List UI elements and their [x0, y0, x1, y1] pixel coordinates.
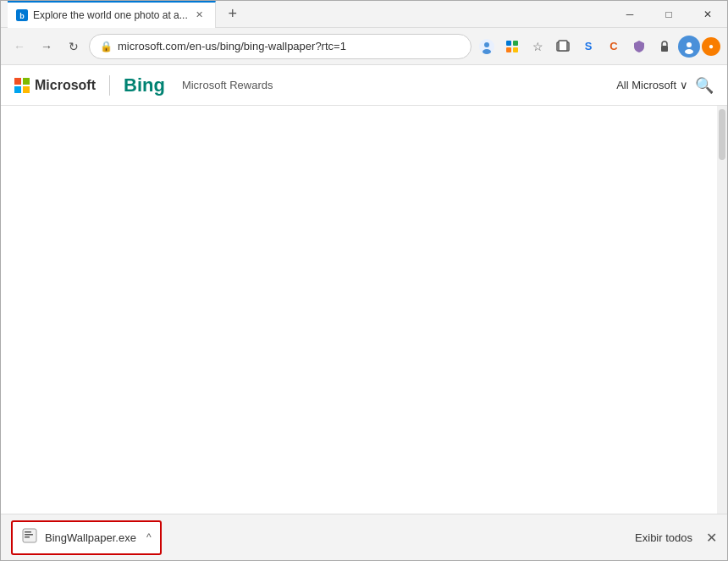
window-controls: ─ □ ✕: [610, 1, 727, 28]
close-button[interactable]: ✕: [688, 1, 727, 28]
tab-favicon: b: [16, 9, 28, 21]
lock-extension-icon[interactable]: [653, 35, 676, 58]
collections-icon[interactable]: [551, 35, 575, 58]
svg-rect-11: [661, 46, 668, 52]
c-extension-icon[interactable]: C: [602, 35, 626, 58]
extensions-icon[interactable]: [500, 35, 524, 58]
title-bar: b Explore the world one photo at a... ✕ …: [1, 1, 727, 28]
svg-rect-7: [506, 47, 511, 52]
rewards-points-icon[interactable]: ●: [702, 37, 720, 56]
svg-rect-5: [506, 41, 511, 46]
show-all-button[interactable]: Exibir todos: [628, 528, 699, 547]
download-file-icon: [21, 527, 38, 548]
site-header: Microsoft Bing Microsoft Rewards All Mic…: [1, 65, 727, 106]
downloads-bar: BingWallpaper.exe ^ Exibir todos ✕: [1, 514, 727, 560]
user-profile-button[interactable]: [678, 36, 700, 58]
svg-point-14: [685, 49, 693, 54]
svg-rect-40: [23, 529, 36, 542]
tab-title: Explore the world one photo at a...: [33, 9, 188, 21]
minimize-button[interactable]: ─: [610, 1, 649, 28]
scrollbar-thumb[interactable]: [719, 109, 725, 160]
svg-rect-42: [25, 534, 33, 536]
toolbar-icons: ☆ S C ●: [475, 35, 720, 58]
favorites-icon[interactable]: ☆: [526, 35, 549, 58]
lock-icon: 🔒: [100, 41, 113, 52]
s-extension-icon[interactable]: S: [576, 35, 600, 58]
svg-text:b: b: [19, 12, 25, 20]
browser-window: b Explore the world one photo at a... ✕ …: [0, 0, 728, 561]
microsoft-label: Microsoft: [35, 78, 96, 93]
browser-tab[interactable]: b Explore the world one photo at a... ✕: [8, 1, 216, 28]
address-bar: ← → ↻ 🔒 microsoft.com/en-us/bing/bing-wa…: [1, 28, 727, 65]
all-microsoft-label: All Microsoft: [616, 79, 676, 91]
header-right: All Microsoft ∨ 🔍: [616, 76, 714, 95]
forward-button[interactable]: →: [35, 35, 58, 58]
svg-point-3: [484, 42, 489, 47]
bing-logo[interactable]: Bing: [124, 74, 165, 96]
ms-logo-blue: [14, 86, 21, 93]
address-input[interactable]: 🔒 microsoft.com/en-us/bing/bing-wallpape…: [89, 34, 472, 59]
microsoft-logo[interactable]: Microsoft: [14, 78, 96, 93]
download-item: BingWallpaper.exe ^: [11, 520, 162, 555]
microsoft-rewards-link[interactable]: Microsoft Rewards: [182, 79, 273, 91]
ms-logo-yellow: [23, 86, 30, 93]
all-microsoft-chevron: ∨: [680, 79, 688, 91]
svg-rect-10: [559, 41, 567, 51]
microsoft-logo-grid: [14, 78, 30, 93]
scrollbar[interactable]: [717, 106, 727, 514]
tab-close-button[interactable]: ✕: [193, 8, 207, 22]
main-content: Explore the world one photo at a time Br…: [1, 106, 727, 514]
svg-point-4: [483, 49, 491, 54]
new-tab-button[interactable]: +: [221, 3, 245, 26]
maximize-button[interactable]: □: [649, 1, 688, 28]
svg-rect-41: [25, 531, 31, 533]
svg-rect-6: [513, 41, 518, 46]
svg-rect-8: [513, 47, 518, 52]
download-chevron-icon[interactable]: ^: [146, 531, 152, 543]
ms-logo-red: [14, 78, 21, 85]
back-button[interactable]: ←: [8, 35, 31, 58]
search-icon[interactable]: 🔍: [695, 76, 714, 95]
url-text: microsoft.com/en-us/bing/bing-wallpaper?…: [118, 40, 461, 52]
refresh-button[interactable]: ↻: [62, 35, 85, 58]
svg-rect-43: [25, 536, 30, 538]
header-divider: [109, 75, 110, 96]
profile-icon[interactable]: [475, 35, 499, 58]
title-bar-left: b Explore the world one photo at a... ✕ …: [8, 1, 245, 28]
shield-icon[interactable]: [627, 35, 651, 58]
all-microsoft-button[interactable]: All Microsoft ∨: [616, 79, 688, 91]
ms-logo-green: [23, 78, 30, 85]
downloads-close-button[interactable]: ✕: [706, 530, 717, 546]
download-filename: BingWallpaper.exe: [45, 531, 136, 544]
svg-point-13: [687, 42, 692, 47]
